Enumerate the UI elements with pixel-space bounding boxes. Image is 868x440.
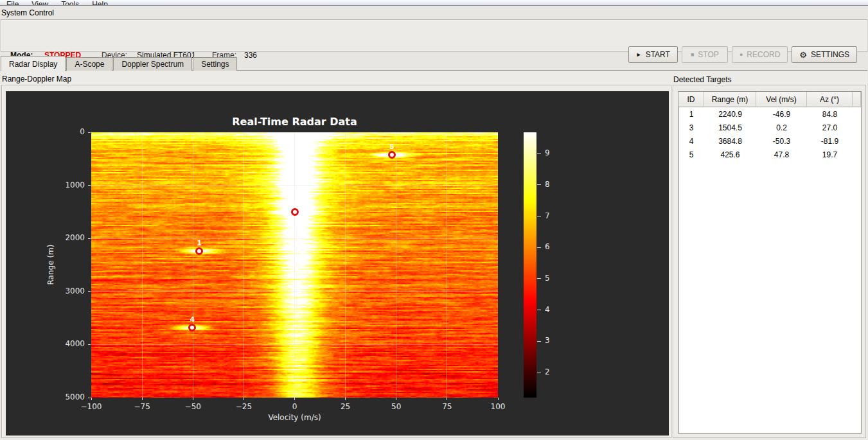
y-tick-label: 0 bbox=[43, 127, 85, 136]
x-tick-label: −75 bbox=[134, 402, 150, 411]
x-tick-label: 25 bbox=[341, 402, 350, 411]
tick-mark bbox=[88, 238, 91, 239]
tick-mark bbox=[447, 398, 447, 400]
range-doppler-map-title: Range-Doppler Map bbox=[2, 75, 71, 84]
tick-mark bbox=[88, 132, 91, 133]
record-button[interactable]: ●RECORD bbox=[732, 46, 788, 63]
x-tick-label: −100 bbox=[81, 402, 102, 411]
table-cell: 2240.9 bbox=[704, 107, 756, 121]
tick-mark bbox=[537, 216, 541, 216]
table-cell: 19.7 bbox=[807, 148, 853, 161]
table-row[interactable]: 12240.9-46.984.8 bbox=[678, 107, 861, 121]
targets-table-body: 12240.9-46.984.831504.50.227.043684.8-50… bbox=[678, 107, 861, 161]
y-axis-label: Range (m) bbox=[46, 245, 55, 285]
table-cell bbox=[853, 107, 861, 121]
table-cell: -46.9 bbox=[756, 107, 807, 121]
targets-table-header: IDRange (m)Vel (m/s)Az (°) bbox=[678, 92, 861, 107]
y-tick-label: 3000 bbox=[43, 286, 85, 295]
system-control-title: System Control bbox=[1, 8, 54, 17]
colorbar-tick-label: 5 bbox=[545, 274, 550, 283]
tab-bar: Radar DisplayA-ScopeDoppler SpectrumSett… bbox=[1, 55, 238, 71]
column-header-id[interactable]: ID bbox=[678, 92, 704, 107]
button-label: RECORD bbox=[747, 50, 780, 59]
tick-mark bbox=[88, 398, 91, 398]
table-cell: 3684.8 bbox=[704, 134, 756, 148]
table-cell: 84.8 bbox=[807, 107, 853, 121]
x-tick-label: 0 bbox=[292, 402, 297, 411]
tick-mark bbox=[537, 310, 541, 310]
tick-mark bbox=[537, 247, 541, 248]
menu-help[interactable]: Help bbox=[85, 0, 114, 6]
tick-mark bbox=[537, 278, 541, 279]
target-marker-5 bbox=[388, 151, 396, 159]
column-header-filler[interactable] bbox=[853, 92, 861, 107]
settings-button[interactable]: ⚙SETTINGS bbox=[792, 46, 857, 63]
table-cell: 1 bbox=[678, 107, 704, 121]
stop-button[interactable]: ■STOP bbox=[682, 46, 728, 63]
frame-value: 336 bbox=[244, 51, 257, 60]
table-row[interactable]: 5425.647.819.7 bbox=[678, 148, 861, 161]
tick-mark bbox=[88, 344, 91, 345]
table-cell: 425.6 bbox=[704, 148, 756, 161]
table-cell: -81.9 bbox=[807, 134, 853, 148]
x-tick-label: 50 bbox=[391, 402, 401, 411]
y-tick-label: 4000 bbox=[43, 339, 85, 348]
colorbar-tick-label: 3 bbox=[545, 336, 550, 345]
tick-mark bbox=[537, 154, 541, 154]
tab-radar-display[interactable]: Radar Display bbox=[1, 56, 66, 71]
x-tick-label: 75 bbox=[442, 402, 452, 411]
start-button[interactable]: ►START bbox=[628, 46, 678, 63]
table-cell bbox=[853, 121, 861, 134]
x-tick-label: 100 bbox=[491, 402, 506, 411]
menu-tools[interactable]: Tools bbox=[55, 0, 85, 6]
tick-mark bbox=[91, 398, 92, 400]
tick-mark bbox=[537, 184, 541, 185]
tick-mark bbox=[88, 185, 91, 186]
record-icon: ● bbox=[740, 52, 743, 58]
table-cell: 5 bbox=[678, 148, 704, 161]
table-cell: 47.8 bbox=[756, 148, 807, 161]
table-cell: 4 bbox=[678, 134, 704, 148]
tab-page-radar-display: Range-Doppler Map Real-Time Radar Data R… bbox=[1, 70, 867, 440]
y-tick-label: 5000 bbox=[43, 392, 85, 401]
table-cell: -50.3 bbox=[756, 134, 807, 148]
colorbar-tick-label: 6 bbox=[545, 242, 550, 251]
targets-table: IDRange (m)Vel (m/s)Az (°) 12240.9-46.98… bbox=[678, 91, 862, 434]
table-row[interactable]: 43684.8-50.3-81.9 bbox=[678, 134, 861, 148]
colorbar-tick-label: 2 bbox=[545, 367, 550, 376]
target-marker-label: 1 bbox=[197, 239, 202, 247]
tick-mark bbox=[294, 398, 295, 400]
y-tick-label: 2000 bbox=[43, 233, 85, 242]
stop-icon: ■ bbox=[691, 52, 694, 58]
target-marker-label: 4 bbox=[190, 315, 195, 324]
gear-icon: ⚙ bbox=[799, 51, 807, 59]
x-tick-label: −25 bbox=[236, 402, 252, 411]
tab-settings[interactable]: Settings bbox=[193, 57, 237, 71]
tick-mark bbox=[88, 291, 91, 292]
column-header-range-m-[interactable]: Range (m) bbox=[704, 92, 756, 107]
tick-mark bbox=[537, 373, 541, 373]
colorbar-tick-label: 7 bbox=[545, 211, 550, 220]
colorbar-tick-label: 9 bbox=[545, 148, 550, 157]
tab-doppler-spectrum[interactable]: Doppler Spectrum bbox=[113, 57, 192, 71]
colorbar-tick-label: 8 bbox=[545, 180, 550, 189]
x-axis-label: Velocity (m/s) bbox=[91, 413, 498, 422]
tick-mark bbox=[396, 398, 396, 400]
column-header-az-[interactable]: Az (°) bbox=[807, 92, 853, 107]
y-tick-label: 1000 bbox=[43, 180, 85, 189]
table-cell: 1504.5 bbox=[704, 121, 756, 134]
menu-bar: FileViewToolsHelp bbox=[0, 0, 868, 6]
menu-file[interactable]: File bbox=[0, 0, 25, 6]
table-cell: 0.2 bbox=[756, 121, 807, 134]
tab-a-scope[interactable]: A-Scope bbox=[66, 57, 112, 71]
column-header-vel-m-s-[interactable]: Vel (m/s) bbox=[756, 92, 807, 107]
range-doppler-heatmap bbox=[91, 132, 498, 398]
x-tick-label: −50 bbox=[185, 402, 201, 411]
target-marker-label: 5 bbox=[389, 143, 394, 151]
button-label: START bbox=[646, 50, 670, 59]
play-icon: ► bbox=[636, 52, 642, 58]
tick-mark bbox=[345, 398, 346, 400]
menu-view[interactable]: View bbox=[25, 0, 55, 6]
target-marker-label: 3 bbox=[292, 200, 297, 208]
table-row[interactable]: 31504.50.227.0 bbox=[678, 121, 861, 134]
